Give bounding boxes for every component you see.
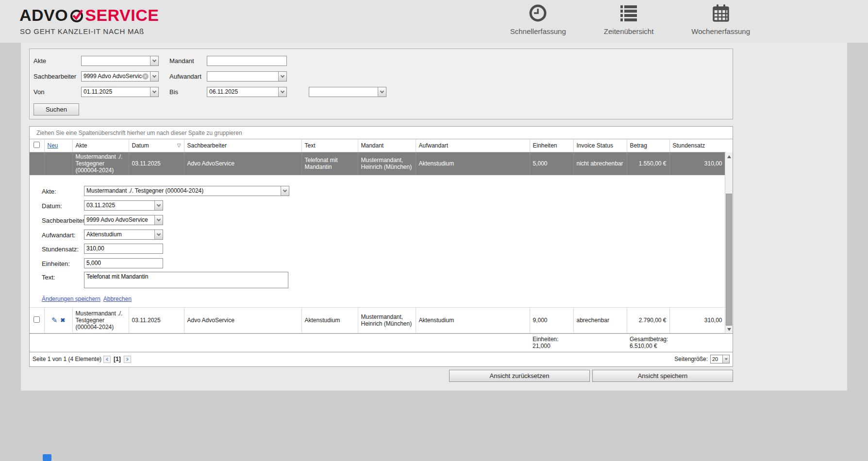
column-header-einheiten[interactable]: Einheiten — [530, 139, 573, 152]
cell-text: Telefonat mit Mandantin — [301, 152, 358, 175]
column-header-akte[interactable]: Akte — [72, 139, 129, 152]
akte-edit-combo[interactable]: Mustermandant ./. Testgegner (000004-202… — [84, 186, 289, 196]
pagesize-select[interactable]: 20 — [710, 355, 730, 363]
column-header-sachbearbeiter[interactable]: Sachbearbeiter — [184, 139, 301, 152]
next-page-button[interactable] — [124, 356, 131, 363]
table-row[interactable]: ✎ ✖ Mustermandant ./. Testgegner (000004… — [30, 307, 725, 333]
dropdown-button[interactable] — [281, 186, 289, 196]
nav-schnellerfassung[interactable]: Schnellerfassung — [510, 3, 566, 35]
dropdown-button[interactable] — [278, 87, 286, 97]
combo-value: 20 — [711, 355, 722, 363]
new-entry-link[interactable]: Neu — [48, 142, 58, 149]
table-row-selected[interactable]: Mustermandant ./. Testgegner (000004-202… — [30, 152, 725, 175]
column-header-stundensatz[interactable]: Stundensatz — [669, 139, 725, 152]
current-page[interactable]: [1] — [114, 356, 121, 362]
dropdown-button[interactable] — [150, 72, 158, 81]
einheiten-edit-input[interactable] — [84, 258, 163, 268]
row-actions-cell — [44, 152, 72, 175]
stundensatz-edit-input[interactable] — [84, 244, 163, 254]
chevron-down-icon — [157, 217, 161, 221]
chevron-down-icon — [152, 89, 156, 93]
combo-value — [82, 56, 150, 66]
clear-icon[interactable]: × — [142, 73, 149, 80]
dropdown-button[interactable] — [154, 201, 163, 210]
combo-value: 03.11.2025 — [84, 201, 154, 210]
cell-einheiten: 5,000 — [530, 152, 573, 175]
aufwandart-filter-combo[interactable] — [207, 71, 287, 82]
summary-gesamtbetrag: Gesamtbetrag: 6.510,00 € — [630, 336, 668, 349]
logo-check-icon — [69, 8, 84, 23]
nav-label: Schnellerfassung — [510, 27, 566, 35]
text-edit-textarea[interactable]: Telefonat mit Mandantin — [84, 272, 288, 288]
column-header-mandant[interactable]: Mandant — [358, 139, 416, 152]
nav-label: Wochenerfassung — [691, 27, 750, 35]
bis-date-combo[interactable]: 06.11.2025 — [207, 87, 287, 97]
pager-status: Seite 1 von 1 (4 Elemente) — [33, 356, 101, 362]
summary-einheiten-label: Einheiten: — [533, 336, 558, 343]
dropdown-button[interactable] — [154, 215, 163, 225]
von-filter-label: Von — [33, 88, 44, 96]
column-header-aufwandart[interactable]: Aufwandart — [416, 139, 530, 152]
reset-view-button[interactable]: Ansicht zurücksetzen — [449, 370, 590, 382]
scrollbar-thumb[interactable] — [726, 194, 732, 326]
aufwandart-edit-combo[interactable]: Aktenstudium — [84, 230, 163, 240]
datum-edit-combo[interactable]: 03.11.2025 — [84, 200, 163, 211]
chevron-down-icon — [725, 357, 728, 360]
column-header-text[interactable]: Text — [301, 139, 358, 152]
advoservice-logo: ADVO SERVICE — [19, 6, 159, 25]
main-panel: Akte Mandant Sachbearbeiter 9999 Advo Ad… — [21, 43, 847, 391]
dropdown-button[interactable] — [150, 56, 158, 66]
datum-edit-label: Datum: — [42, 202, 62, 210]
sachbearbeiter-edit-combo[interactable]: 9999 Advo AdvoService — [84, 215, 163, 225]
column-header-betrag[interactable]: Betrag — [627, 139, 669, 152]
prev-page-button[interactable] — [103, 356, 111, 363]
von-date-combo[interactable]: 01.11.2025 — [81, 87, 159, 97]
mandant-filter-label: Mandant — [169, 57, 194, 65]
edit-row-icon[interactable]: ✎ — [51, 316, 58, 324]
akte-filter-combo[interactable] — [81, 56, 159, 66]
row-checkbox[interactable] — [33, 316, 40, 323]
chevron-down-icon — [152, 74, 156, 78]
edit-links: Änderungen speichernAbbrechen — [42, 296, 134, 302]
list-icon — [619, 3, 638, 23]
cancel-link[interactable]: Abbrechen — [103, 296, 132, 302]
cell-sachbearbeiter: Advo AdvoService — [184, 152, 301, 175]
pager-bar: Seite 1 von 1 (4 Elemente) [1] Seitengrö… — [30, 352, 733, 366]
sachbearbeiter-filter-label: Sachbearbeiter — [33, 73, 76, 80]
extra-filter-combo[interactable] — [309, 87, 386, 97]
dropdown-button[interactable] — [154, 230, 163, 239]
scroll-up-button[interactable] — [725, 152, 733, 161]
dropdown-button[interactable] — [378, 87, 386, 97]
vertical-scrollbar[interactable] — [725, 152, 733, 333]
cell-datum: 03.11.2025 — [129, 152, 184, 175]
group-by-bar[interactable]: Ziehen Sie eine Spaltenüberschrift hierh… — [30, 127, 733, 139]
column-header-datum[interactable]: Datum▽ — [129, 139, 184, 152]
logo-tagline: SO GEHT KANZLEI-IT NACH MAß — [20, 27, 144, 35]
combo-value — [309, 87, 378, 97]
inline-edit-form: Akte: Mustermandant ./. Testgegner (0000… — [30, 175, 725, 307]
dropdown-button[interactable] — [150, 87, 158, 97]
column-header-invoice-status[interactable]: Invoice Status — [573, 139, 627, 152]
select-all-checkbox[interactable] — [33, 142, 40, 148]
nav-wochenerfassung[interactable]: Wochenerfassung — [691, 3, 750, 35]
akte-edit-label: Akte: — [42, 188, 56, 195]
nav-zeitenuebersicht[interactable]: Zeitenübersicht — [604, 3, 654, 35]
save-changes-link[interactable]: Änderungen speichern — [42, 296, 100, 302]
mandant-filter-input[interactable] — [207, 56, 287, 66]
combo-value — [207, 72, 278, 81]
cell-text: Aktenstudium — [301, 307, 358, 333]
chevron-down-icon — [157, 231, 161, 235]
sachbearbeiter-filter-combo[interactable]: 9999 Advo AdvoService × — [81, 71, 159, 82]
row-checkbox-cell — [30, 307, 44, 333]
delete-row-icon[interactable]: ✖ — [60, 317, 65, 323]
dropdown-button[interactable] — [278, 72, 286, 81]
triangle-up-icon — [727, 155, 731, 158]
clock-icon — [528, 3, 548, 23]
combo-value: 06.11.2025 — [207, 87, 278, 97]
dropdown-button[interactable] — [722, 355, 729, 363]
search-button[interactable]: Suchen — [33, 103, 79, 115]
combo-value: 9999 Advo AdvoService — [82, 72, 142, 81]
combo-value: Aktenstudium — [84, 230, 154, 239]
save-view-button[interactable]: Ansicht speichern — [592, 370, 733, 382]
scroll-down-button[interactable] — [725, 325, 733, 333]
